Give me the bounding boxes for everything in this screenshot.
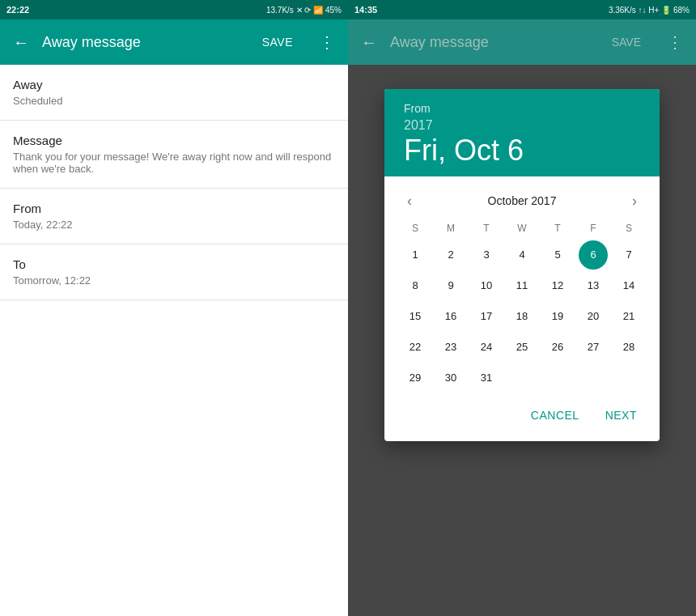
calendar-days: 1234567891011121314151617181920212223242… — [397, 240, 647, 393]
calendar-day[interactable]: 24 — [472, 333, 501, 362]
calendar-day[interactable]: 9 — [436, 271, 465, 300]
calendar-day[interactable]: 4 — [507, 240, 537, 270]
back-button-right[interactable]: ← — [361, 33, 377, 52]
setting-value-from: Today, 22:22 — [13, 219, 335, 231]
date-picker-dialog: From 2017 Fri, Oct 6 ‹ October 2017 › SM… — [384, 89, 660, 441]
left-time: 22:22 — [6, 5, 29, 15]
weekday-headers: SMTWTFS — [397, 219, 647, 237]
calendar-day[interactable]: 13 — [579, 271, 608, 300]
right-panel: 14:35 3.36K/s ↑↓ H+ 🔋 68% ← Away message… — [348, 0, 696, 616]
setting-label-away: Away — [13, 78, 335, 91]
setting-item-to[interactable]: To Tomorrow, 12:22 — [0, 244, 348, 300]
settings-list: Away Scheduled Message Thank you for you… — [0, 65, 348, 616]
right-time: 14:35 — [354, 5, 377, 15]
toolbar-right: ← Away message SAVE ⋮ — [348, 19, 696, 65]
calendar-day[interactable]: 21 — [614, 302, 643, 331]
setting-label-message: Message — [13, 134, 335, 147]
calendar-day[interactable]: 2 — [436, 240, 465, 270]
calendar-day[interactable]: 25 — [507, 333, 537, 362]
calendar-day — [507, 363, 537, 393]
calendar-day — [614, 363, 643, 393]
save-button-left[interactable]: SAVE — [262, 36, 293, 49]
prev-month-button[interactable]: ‹ — [401, 189, 418, 213]
setting-item-from[interactable]: From Today, 22:22 — [0, 189, 348, 244]
calendar-day[interactable]: 7 — [614, 240, 643, 270]
setting-label-from: From — [13, 202, 335, 215]
calendar-day[interactable]: 11 — [507, 271, 537, 300]
save-button-right[interactable]: SAVE — [612, 36, 641, 49]
calendar-day[interactable]: 12 — [543, 271, 572, 300]
cancel-button[interactable]: CANCEL — [521, 402, 589, 428]
more-options-right[interactable]: ⋮ — [667, 32, 683, 52]
right-status-icons: 3.36K/s ↑↓ H+ 🔋 68% — [609, 6, 690, 15]
next-button[interactable]: NEXT — [596, 402, 647, 428]
setting-value-away: Scheduled — [13, 95, 335, 107]
page-title-right: Away message — [390, 34, 599, 51]
setting-value-to: Tomorrow, 12:22 — [13, 274, 335, 287]
calendar-day[interactable]: 17 — [472, 302, 501, 331]
dialog-backdrop: From 2017 Fri, Oct 6 ‹ October 2017 › SM… — [348, 65, 696, 616]
weekday-label: S — [611, 219, 647, 237]
setting-label-to: To — [13, 257, 335, 271]
status-bar-right: 14:35 3.36K/s ↑↓ H+ 🔋 68% — [348, 0, 696, 19]
page-title-left: Away message — [42, 34, 249, 51]
date-picker-header: From 2017 Fri, Oct 6 — [384, 89, 660, 176]
year-label: 2017 — [404, 118, 640, 133]
setting-item-message[interactable]: Message Thank you for your message! We'r… — [0, 121, 348, 189]
weekday-label: S — [397, 219, 433, 237]
calendar-day[interactable]: 23 — [436, 333, 465, 362]
calendar-day[interactable]: 14 — [614, 271, 643, 300]
calendar-day[interactable]: 6 — [579, 240, 608, 270]
next-month-button[interactable]: › — [626, 189, 643, 213]
setting-item-away[interactable]: Away Scheduled — [0, 65, 348, 121]
calendar-day[interactable]: 15 — [401, 302, 430, 331]
left-panel: 22:22 13.7K/s ✕ ⟳ 📶 45% ← Away message S… — [0, 0, 348, 616]
weekday-label: T — [540, 219, 575, 237]
calendar-day[interactable]: 29 — [401, 363, 430, 393]
calendar-day[interactable]: 1 — [401, 240, 430, 270]
month-navigation: ‹ October 2017 › — [397, 183, 647, 219]
setting-value-message: Thank you for your message! We're away r… — [13, 151, 335, 175]
calendar-day[interactable]: 28 — [614, 333, 643, 362]
calendar-day[interactable]: 19 — [543, 302, 572, 331]
selected-date-label: Fri, Oct 6 — [404, 134, 640, 167]
calendar-day[interactable]: 10 — [472, 271, 501, 300]
calendar-day[interactable]: 31 — [472, 363, 501, 393]
calendar-day[interactable]: 18 — [507, 302, 537, 331]
calendar-body: ‹ October 2017 › SMTWTFS 123456789101112… — [384, 176, 660, 393]
calendar-day[interactable]: 16 — [436, 302, 465, 331]
calendar-day[interactable]: 3 — [472, 240, 501, 270]
month-year-label: October 2017 — [488, 194, 557, 207]
calendar-day[interactable]: 8 — [401, 271, 430, 300]
calendar-day[interactable]: 30 — [436, 363, 465, 393]
calendar-day[interactable]: 20 — [579, 302, 608, 331]
calendar-day[interactable]: 5 — [543, 240, 572, 270]
dialog-actions: CANCEL NEXT — [384, 393, 660, 441]
from-label: From — [404, 102, 640, 115]
weekday-label: W — [504, 219, 540, 237]
more-options-left[interactable]: ⋮ — [319, 32, 335, 52]
status-bar-left: 22:22 13.7K/s ✕ ⟳ 📶 45% — [0, 0, 348, 19]
calendar-day[interactable]: 26 — [543, 333, 572, 362]
left-status-icons: 13.7K/s ✕ ⟳ 📶 45% — [266, 6, 342, 15]
weekday-label: F — [575, 219, 611, 237]
toolbar-left: ← Away message SAVE ⋮ — [0, 19, 348, 65]
calendar-day — [543, 363, 572, 393]
calendar-day — [579, 363, 608, 393]
weekday-label: M — [433, 219, 469, 237]
back-button-left[interactable]: ← — [13, 33, 29, 52]
calendar-day[interactable]: 27 — [579, 333, 608, 362]
weekday-label: T — [469, 219, 504, 237]
calendar-day[interactable]: 22 — [401, 333, 430, 362]
